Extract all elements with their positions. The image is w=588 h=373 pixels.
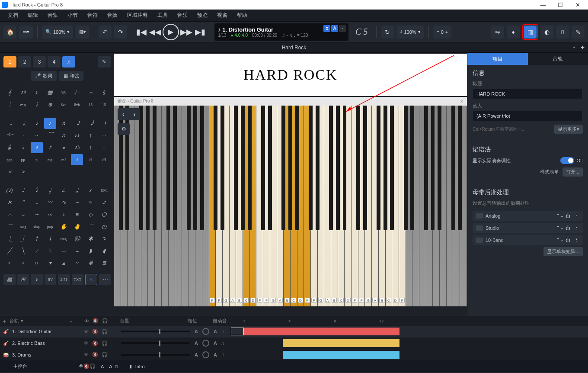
- piano-key[interactable]: B: [284, 106, 291, 306]
- piano-key[interactable]: [202, 106, 209, 306]
- piano-key[interactable]: [121, 106, 128, 306]
- fx-menu[interactable]: ⋮: [573, 213, 579, 219]
- gt-icon[interactable]: >: [17, 257, 29, 269]
- piano-key[interactable]: G: [365, 106, 372, 306]
- piano-key[interactable]: C: [243, 106, 250, 306]
- mordent-icon[interactable]: ∾: [44, 209, 56, 220]
- down-stroke-icon[interactable]: ⎿: [3, 233, 16, 244]
- eye-icon[interactable]: 👁: [84, 352, 89, 357]
- close-button[interactable]: ✕: [569, 2, 586, 8]
- menu-view[interactable]: 预览: [193, 10, 212, 21]
- sfz-icon[interactable]: ⟱: [85, 257, 97, 269]
- menu-tools[interactable]: 工具: [153, 10, 172, 21]
- arc2-icon[interactable]: ⌣: [17, 209, 29, 220]
- fx-power[interactable]: ⏻: [565, 213, 571, 219]
- score-page[interactable]: HARD ROCK: [114, 54, 467, 96]
- crescendo-icon[interactable]: ＜: [3, 166, 16, 177]
- mute-icon[interactable]: 🔇: [92, 329, 98, 334]
- piano-key[interactable]: F: [399, 106, 406, 306]
- zoom-control[interactable]: 🔍 100% ▾: [42, 26, 73, 39]
- sixtyfourth-note[interactable]: 𝅘𝅥𝅰: [85, 118, 97, 129]
- time-label[interactable]: 2:51: [58, 274, 70, 285]
- slide4-icon[interactable]: ⟍: [44, 245, 56, 257]
- tie-icon[interactable]: ⁀: [44, 130, 56, 141]
- f-icon[interactable]: f: [71, 154, 83, 165]
- rest-note[interactable]: 𝄽: [98, 118, 110, 129]
- rewind-button[interactable]: ◀◀: [149, 26, 162, 39]
- grace-icon[interactable]: ♪: [31, 87, 43, 98]
- solo-icon[interactable]: 🎧: [102, 329, 108, 334]
- rh-icon[interactable]: 🤚: [71, 221, 83, 232]
- track-row[interactable]: 🥁 3. Drums 👁🔇🎧 A A ⎍: [0, 349, 588, 360]
- repeat-alt-icon[interactable]: ⌐x: [17, 99, 29, 110]
- clef-icon[interactable]: 𝄞: [3, 87, 16, 98]
- slap-icon[interactable]: slap: [31, 221, 43, 232]
- pan-knob[interactable]: [202, 351, 209, 358]
- nobeam-icon[interactable]: ♪♪: [71, 130, 83, 141]
- panel-toggle-1[interactable]: ⇋: [491, 26, 504, 39]
- piano-key[interactable]: [128, 106, 134, 306]
- semitone-down-icon[interactable]: ↓: [98, 142, 110, 153]
- tab-track[interactable]: 音轨: [528, 53, 588, 65]
- master-track[interactable]: 主控台 👁🔇🎧 A A ⎍ ▮ Intro: [0, 360, 588, 372]
- slide3-icon[interactable]: ⟋: [31, 245, 43, 257]
- keyboard-prev[interactable]: ‹: [118, 108, 129, 120]
- artist-input[interactable]: [473, 111, 583, 121]
- slide2-icon[interactable]: ╲: [17, 245, 29, 257]
- legato-icon[interactable]: x: [85, 185, 97, 196]
- track-row[interactable]: 🎸 1. Distortion Guitar 👁🔇🎧 A A ⎍: [0, 326, 588, 338]
- keyboard-next[interactable]: ›: [129, 108, 140, 120]
- mute-icon[interactable]: 🔇: [92, 352, 98, 357]
- natural-icon[interactable]: ♮: [31, 142, 43, 153]
- flat-icon[interactable]: ♭: [17, 142, 29, 153]
- piano-key[interactable]: [419, 106, 426, 306]
- piano-key[interactable]: B: [331, 106, 338, 306]
- virtual-keyboard[interactable]: FFGABCDFFGABCDFFGABCDFFGABCDF: [114, 106, 467, 306]
- pp-icon[interactable]: pp: [17, 154, 29, 165]
- tempo-icon[interactable]: ♩=: [71, 87, 83, 98]
- minimize-button[interactable]: —: [534, 2, 552, 8]
- heavy-accent-icon[interactable]: ♩̬: [44, 185, 56, 196]
- ring-icon[interactable]: ring: [58, 233, 70, 244]
- quindb-icon[interactable]: 15: [98, 99, 110, 110]
- piano-key[interactable]: D: [345, 106, 352, 306]
- maximize-button[interactable]: ☐: [552, 2, 569, 8]
- section-icon[interactable]: §: [98, 87, 110, 98]
- timer-icon[interactable]: ◷: [98, 221, 110, 232]
- tremolo-icon[interactable]: ≈: [85, 197, 97, 208]
- fx-analog[interactable]: Analog ⌃⌄ ⏻ ⋮: [473, 211, 583, 221]
- piano-key[interactable]: B: [379, 106, 386, 306]
- voice-3[interactable]: 3: [33, 56, 46, 68]
- piano-key[interactable]: [195, 106, 202, 306]
- tie2-icon[interactable]: ⌣: [98, 130, 110, 141]
- decrescendo-icon[interactable]: ＞: [17, 166, 29, 177]
- lyrics-button[interactable]: 🎤 歌词: [31, 71, 57, 81]
- chord-grid-icon[interactable]: ⊞: [17, 274, 29, 285]
- slide1-icon[interactable]: ╱: [3, 245, 16, 257]
- sixteenth-note[interactable]: ♬: [58, 118, 70, 129]
- sharp-icon[interactable]: ♯: [44, 142, 56, 153]
- eye-icon[interactable]: 👁: [84, 341, 89, 346]
- let-ring-icon[interactable]: ✕: [3, 197, 16, 208]
- drums-button[interactable]: ◐: [540, 26, 553, 39]
- piano-key[interactable]: F: [209, 106, 216, 306]
- half-note[interactable]: 𝅗𝅥: [17, 118, 29, 129]
- ottava-icon[interactable]: 8va: [58, 99, 70, 110]
- menu-section[interactable]: 区域注释: [123, 10, 152, 21]
- tilde-icon[interactable]: ~: [71, 257, 83, 269]
- piano-key[interactable]: [148, 106, 155, 306]
- design-mode[interactable]: ✎: [98, 56, 111, 68]
- vibrato-icon[interactable]: 〰: [44, 197, 56, 208]
- piano-key[interactable]: C: [386, 106, 393, 306]
- ottavab-icon[interactable]: 8vb: [71, 99, 83, 110]
- keyboard-settings[interactable]: ⚙: [118, 123, 130, 135]
- loop-button[interactable]: ↻: [381, 26, 394, 39]
- tenuto-icon[interactable]: ♩̱: [71, 185, 83, 196]
- voice-4[interactable]: 4: [48, 56, 61, 68]
- golpe-icon[interactable]: ✱: [85, 233, 97, 244]
- piano-key[interactable]: [155, 106, 162, 306]
- eq-icon[interactable]: ⎍: [221, 352, 228, 357]
- a-label[interactable]: A: [85, 274, 97, 285]
- home-button[interactable]: 🏠: [3, 26, 16, 39]
- fff-icon[interactable]: fff: [98, 154, 110, 165]
